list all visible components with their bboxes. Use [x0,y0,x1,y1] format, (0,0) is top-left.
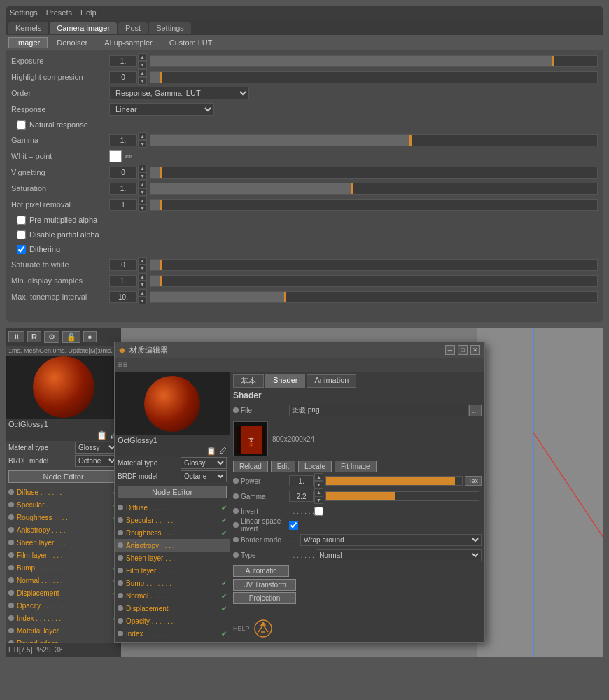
lock-button[interactable]: 🔒 [62,331,80,343]
hot-pixel-slider[interactable] [150,199,598,211]
max-tonemap-input[interactable] [109,291,137,303]
saturate-white-spinner[interactable]: ▲▼ [138,257,147,272]
power-slider[interactable] [326,476,463,486]
dialog-node-editor-button[interactable]: Node Editor [118,486,227,498]
white-point-swatch[interactable] [109,150,122,162]
channel-round-edges[interactable]: Round edges [6,637,121,643]
vignetting-spinner[interactable]: ▲▼ [138,164,147,180]
dithering-checkbox[interactable] [17,245,26,254]
dialog-mat-icon-2[interactable]: 🖊 [219,447,227,456]
highlight-spinner[interactable]: ▲▼ [138,69,147,85]
type-dropdown[interactable]: Normal [316,550,482,561]
exposure-spinner[interactable]: ▲▼ [138,53,147,69]
d-channel-normal[interactable]: Normal . . . . . . ✔ [115,589,230,602]
brdf-dropdown[interactable]: Octane [75,455,118,467]
reload-button[interactable]: Reload [233,461,268,472]
file-browse-button[interactable]: ... [469,405,482,416]
settings-button[interactable]: ⚙ [44,331,59,343]
uv-transform-button[interactable]: UV Transform [233,579,296,591]
d-channel-diffuse[interactable]: Diffuse . . . . . . ✔ [115,501,230,514]
tab-post[interactable]: Post [118,22,148,34]
menu-settings[interactable]: Settings [10,8,38,17]
response-dropdown[interactable]: Linear [109,103,214,115]
d-channel-film[interactable]: Film layer . . . . . [115,564,230,577]
gamma-shader-input[interactable] [289,491,314,502]
close-button[interactable]: ✕ [470,345,480,355]
node-editor-button[interactable]: Node Editor [8,470,118,483]
dialog-mat-type-dropdown[interactable]: Glossy [181,457,227,469]
tab-camera-imager[interactable]: Camera imager [50,22,117,34]
min-samples-spinner[interactable]: ▲▼ [138,273,147,288]
vignetting-input[interactable] [109,167,137,178]
gamma-shader-spinner[interactable]: ▲▼ [314,489,323,504]
channel-opacity[interactable]: Opacity . . . . . . . [6,599,121,612]
minimize-button[interactable]: ─ [445,345,455,355]
pre-multiplied-checkbox[interactable] [17,216,26,225]
d-channel-displacement[interactable]: Displacement ✔ [115,602,230,615]
d-channel-mat-layer[interactable]: Material layer [115,640,230,642]
exposure-input[interactable] [109,55,137,67]
tab-shader[interactable]: Shader [265,374,305,388]
channel-specular[interactable]: Specular . . . . . ✔ [6,498,121,511]
channel-normal[interactable]: Normal . . . . . . ✔ [6,574,121,587]
dialog-brdf-dropdown[interactable]: Octane [181,470,227,482]
d-channel-opacity[interactable]: Opacity . . . . . . [115,615,230,627]
tab-kernels[interactable]: Kernels [8,22,48,34]
max-tonemap-slider[interactable] [150,291,598,303]
channel-anisotropy[interactable]: Anisotropy . . . . [6,524,121,536]
power-tex-button[interactable]: Tex [465,476,482,486]
file-input[interactable] [289,405,469,416]
disable-partial-checkbox[interactable] [17,230,26,239]
locate-button[interactable]: Locate [298,461,332,472]
gamma-slider[interactable] [150,134,598,146]
tab-basic[interactable]: 基本 [233,374,264,388]
saturation-input[interactable] [109,183,137,195]
edit-button[interactable]: Edit [271,461,295,472]
vignetting-slider[interactable] [150,167,598,178]
invert-checkbox[interactable] [314,507,323,516]
mat-icon-1[interactable]: 📋 [97,430,107,440]
power-input[interactable] [289,475,314,486]
saturate-white-slider[interactable] [150,259,598,271]
highlight-slider[interactable] [150,71,598,83]
d-channel-roughness[interactable]: Roughness . . . . ✔ [115,526,230,539]
channel-diffuse[interactable]: Diffuse . . . . . . ✔ [6,486,121,498]
channel-bump[interactable]: Bump . . . . . . . ✔ [6,561,121,574]
material-type-dropdown[interactable]: Glossy [75,442,118,454]
automatic-button[interactable]: Automatic [233,565,289,577]
power-spinner[interactable]: ▲▼ [314,473,323,489]
pause-button[interactable]: ⏸ [8,331,24,342]
menu-presets[interactable]: Presets [46,8,72,17]
render-button[interactable]: R [27,331,41,342]
hot-pixel-spinner[interactable]: ▲▼ [138,197,147,212]
tab-ai-upsampler[interactable]: AI up-sampler [97,37,160,48]
linear-space-checkbox[interactable] [289,521,298,530]
channel-material-layer[interactable]: Material layer [6,624,121,637]
tab-custom-lut[interactable]: Custom LUT [162,37,220,48]
dialog-mat-icon-1[interactable]: 📋 [206,447,216,456]
gamma-spinner[interactable]: ▲▼ [138,132,147,148]
highlight-input[interactable] [109,71,137,83]
maximize-button[interactable]: □ [458,345,468,355]
d-channel-bump[interactable]: Bump . . . . . . . ✔ [115,577,230,589]
channel-displacement[interactable]: Displacement ✔ [6,587,121,599]
preview-button[interactable]: ● [83,331,97,342]
d-channel-index[interactable]: Index . . . . . . . ✔ [115,627,230,640]
d-channel-sheen[interactable]: Sheen layer . . . [115,552,230,564]
exposure-slider[interactable] [150,55,598,67]
border-mode-dropdown[interactable]: Wrap around [300,534,482,546]
hot-pixel-input[interactable] [109,199,137,211]
gamma-shader-slider[interactable] [326,491,479,501]
tab-denoiser[interactable]: Denoiser [49,37,95,48]
channel-roughness[interactable]: Roughness . . . . ✔ [6,511,121,524]
min-samples-slider[interactable] [150,275,598,287]
saturation-slider[interactable] [150,183,598,195]
d-channel-specular[interactable]: Specular . . . . . ✔ [115,514,230,526]
tab-imager[interactable]: Imager [8,37,48,48]
channel-sheen[interactable]: Sheen layer . . . [6,536,121,549]
tab-settings[interactable]: Settings [149,22,191,34]
channel-index[interactable]: Index . . . . . . . ✔ [6,612,121,624]
d-channel-anisotropy[interactable]: Anisotropy . . . . [115,539,230,552]
order-dropdown[interactable]: Response, Gamma, LUT [109,87,249,99]
saturate-white-input[interactable] [109,259,137,271]
